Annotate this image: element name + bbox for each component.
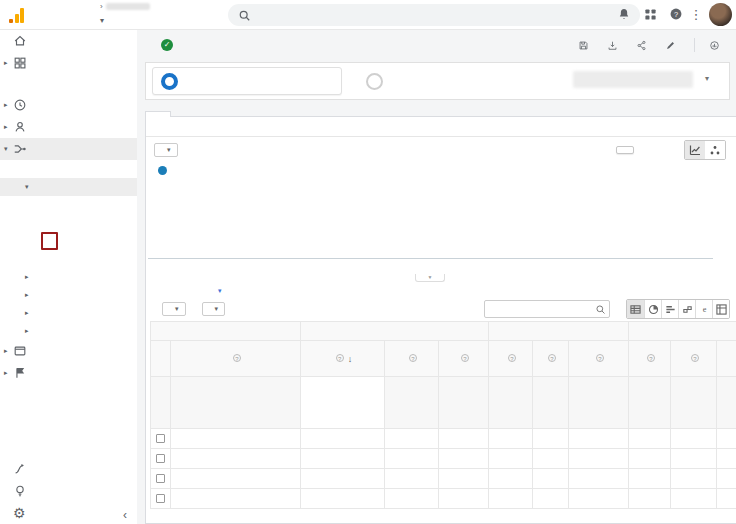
percentage-view-button[interactable]: [644, 300, 661, 318]
add-segment-ring-icon: [366, 73, 383, 90]
edit-button[interactable]: [665, 40, 680, 51]
explorer-tab[interactable]: [145, 111, 171, 117]
granularity-day-button[interactable]: [616, 146, 634, 154]
sidebar-item-acquisition[interactable]: ▾: [0, 138, 137, 160]
pivot-view-button[interactable]: [712, 300, 729, 318]
chart-plot-area[interactable]: [148, 163, 713, 259]
help-icon[interactable]: ?: [548, 354, 556, 362]
analytics-logo-icon[interactable]: [9, 7, 24, 23]
chevron-down-icon[interactable]: ▾: [705, 74, 709, 83]
notifications-bell-icon[interactable]: [616, 7, 632, 23]
user-avatar[interactable]: [709, 3, 732, 26]
segment-all-users[interactable]: [152, 67, 342, 95]
more-options-icon[interactable]: ⋮: [688, 7, 704, 23]
sidebar-item-campaigns[interactable]: ▸: [0, 322, 137, 340]
sidebar-item-customization[interactable]: ▸: [0, 52, 137, 74]
row-checkbox[interactable]: [156, 454, 165, 463]
report-header: ✓: [137, 30, 736, 60]
col-bounce-rate[interactable]: ?: [489, 341, 533, 377]
help-icon[interactable]: ?: [668, 7, 684, 23]
sort-descending-icon[interactable]: ↓: [348, 354, 353, 364]
save-button[interactable]: [578, 40, 593, 51]
data-view-button[interactable]: [627, 300, 644, 318]
sidebar-item-referrals[interactable]: [0, 250, 137, 268]
sidebar-item-google-ads[interactable]: ▸: [0, 268, 137, 286]
help-icon[interactable]: ?: [508, 354, 516, 362]
export-button[interactable]: [607, 40, 622, 51]
granularity-switch: [616, 146, 666, 154]
secondary-dimension-dropdown[interactable]: ▾: [162, 302, 186, 316]
motion-chart-view-button[interactable]: [705, 141, 725, 159]
date-range-selector-redacted[interactable]: [573, 71, 693, 88]
sidebar-item-admin[interactable]: ⚙: [0, 502, 137, 524]
row-checkbox[interactable]: [156, 434, 165, 443]
insights-button[interactable]: [709, 40, 724, 51]
table-search-box[interactable]: [484, 300, 610, 318]
sidebar-item-overview[interactable]: [0, 160, 137, 178]
redacted-account-name: [106, 3, 150, 10]
lightbulb-icon: [13, 484, 30, 498]
row-checkbox[interactable]: [156, 474, 165, 483]
total-goal-completions: [671, 377, 717, 429]
help-icon[interactable]: ?: [647, 354, 655, 362]
metric-dropdown[interactable]: ▾: [154, 143, 178, 157]
apps-grid-icon[interactable]: [642, 7, 658, 23]
line-chart-view-button[interactable]: [685, 141, 705, 159]
acquisition-icon: [13, 142, 30, 156]
sidebar-item-attribution[interactable]: [0, 458, 137, 480]
granularity-month-button[interactable]: [650, 147, 666, 153]
add-segment-button[interactable]: [358, 67, 391, 95]
chevron-down-icon: ▾: [175, 305, 179, 313]
sidebar-item-conversions[interactable]: ▸: [0, 362, 137, 384]
term-cloud-view-button[interactable]: e: [695, 300, 712, 318]
col-avg-session-duration[interactable]: ?: [569, 341, 629, 377]
col-users[interactable]: ?↓: [301, 341, 385, 377]
sidebar-item-audience[interactable]: ▸: [0, 116, 137, 138]
explorer-card: ▾: [145, 116, 736, 524]
granularity-week-button[interactable]: [634, 147, 650, 153]
account-switcher[interactable]: › ▾: [97, 2, 150, 26]
help-icon[interactable]: ?: [233, 354, 241, 362]
sidebar-item-social[interactable]: ▸: [0, 304, 137, 322]
sort-type-dropdown[interactable]: ▾: [202, 302, 226, 316]
dimension-other-dropdown[interactable]: ▾: [218, 283, 222, 295]
help-icon[interactable]: ?: [336, 354, 344, 362]
person-icon: [13, 120, 30, 134]
edit-pencil-icon: [665, 40, 676, 51]
total-goal-conversion-rate: [629, 377, 671, 429]
row-checkbox[interactable]: [156, 494, 165, 503]
sidebar-item-behavior[interactable]: ▸: [0, 340, 137, 362]
sidebar-item-treemaps[interactable]: [0, 214, 137, 232]
sidebar-item-source-medium[interactable]: [0, 232, 137, 250]
help-icon[interactable]: ?: [691, 354, 699, 362]
col-new-users[interactable]: ?: [385, 341, 439, 377]
expand-arrow-icon: ▸: [4, 123, 13, 131]
col-source-medium[interactable]: ?: [171, 341, 301, 377]
table-view-switch: e: [626, 299, 730, 319]
segment-bar: ▾: [145, 62, 730, 100]
expand-arrow-icon: ▸: [25, 273, 34, 281]
sidebar-item-channels[interactable]: [0, 196, 137, 214]
help-icon[interactable]: ?: [409, 354, 417, 362]
sidebar-item-home[interactable]: [0, 30, 137, 52]
table-search-input[interactable]: [485, 304, 595, 315]
legend-dot-icon: [158, 166, 167, 175]
sidebar-item-realtime[interactable]: ▸: [0, 94, 137, 116]
x-axis: [148, 261, 713, 273]
sidebar-collapse-icon[interactable]: ‹: [123, 508, 127, 522]
col-goal-conversion-rate[interactable]: ?: [629, 341, 671, 377]
col-sessions[interactable]: ?: [439, 341, 489, 377]
help-icon[interactable]: ?: [596, 354, 604, 362]
col-goal-completions[interactable]: ?: [671, 341, 717, 377]
sidebar-item-discover[interactable]: [0, 480, 137, 502]
share-button[interactable]: [636, 40, 651, 51]
sidebar-item-all-traffic[interactable]: ▾: [0, 178, 137, 196]
col-goal-value[interactable]: [717, 341, 736, 377]
performance-view-button[interactable]: [661, 300, 678, 318]
comparison-view-button[interactable]: [678, 300, 695, 318]
global-search-input[interactable]: [228, 4, 640, 26]
chart-collapse-handle[interactable]: ▼: [415, 274, 445, 282]
sidebar-item-search-console[interactable]: ▸: [0, 286, 137, 304]
col-pages-session[interactable]: ?: [533, 341, 569, 377]
help-icon[interactable]: ?: [461, 354, 469, 362]
